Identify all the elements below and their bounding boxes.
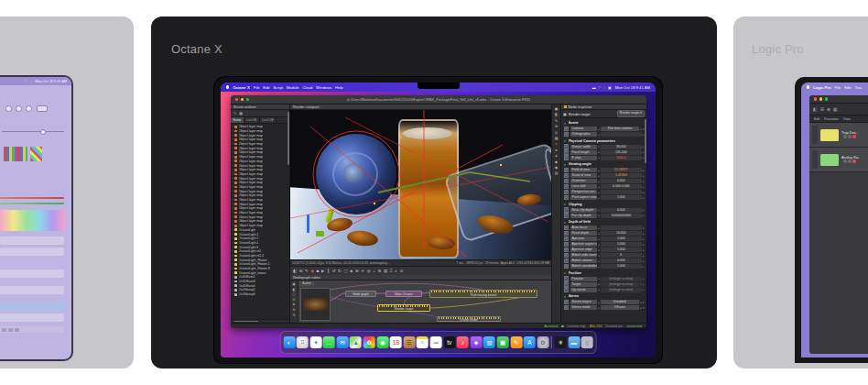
parameter-value[interactable]: 10000000000	[601, 214, 642, 218]
menubar-item[interactable]: Module	[287, 85, 299, 90]
disclosure-icon[interactable]: ›	[233, 246, 233, 249]
viewport-tool-icon[interactable]: ✎	[305, 267, 309, 275]
inspector-row[interactable]: ▼ ✓ Orthographic ◂ ▸ ▾	[561, 132, 646, 138]
section-triangle-icon[interactable]: ▼	[564, 163, 568, 167]
nodegraph-tool-icon[interactable]: ◧	[292, 288, 295, 292]
disclosure-icon[interactable]: ›	[233, 125, 233, 128]
stepper-left-icon[interactable]: ◂	[598, 277, 599, 280]
parameter-value[interactable]: Thin lens camera	[601, 126, 639, 131]
inspector-row[interactable]: ▼ ✓ Camera ◂ Thin lens camera ▸ ▾	[561, 126, 646, 132]
tool-icon[interactable]: ▦	[833, 106, 838, 112]
track-header-item[interactable]: Functions	[824, 117, 839, 121]
viewport-tool-icon[interactable]: +	[373, 267, 375, 275]
stepper-left-icon[interactable]: ◂	[598, 156, 599, 160]
panel-row[interactable]	[0, 314, 64, 322]
checkbox[interactable]: ✓	[564, 276, 570, 281]
nodegraph-tool-icon[interactable]: ▣	[292, 282, 295, 286]
disclosure-icon[interactable]: ›	[233, 233, 233, 236]
viewport-tool-icon[interactable]: ⊕	[355, 267, 359, 275]
stepper-right-icon[interactable]: ▸	[640, 306, 641, 310]
disclosure-icon[interactable]: ›	[233, 241, 233, 245]
stepper-right-icon[interactable]: ▸	[643, 185, 644, 189]
nodegraph-tool-icon[interactable]: ⊞	[292, 298, 295, 302]
▤[interactable]: ◠	[598, 85, 602, 90]
checkbox[interactable]: ✓	[564, 226, 570, 231]
inspector-row[interactable]: ▼ ✓ Target ◂ (enlarge to view) ▸ ▾	[561, 281, 646, 287]
dock-icon[interactable]: ≡	[417, 336, 429, 348]
disclosure-icon[interactable]: ›	[233, 190, 233, 193]
parameter-value[interactable]: 1000.0	[601, 156, 642, 160]
stepper-right-icon[interactable]: ▸	[643, 214, 644, 217]
track-header-item[interactable]: View	[843, 117, 851, 121]
stepper-right-icon[interactable]: ▸	[643, 169, 644, 172]
disclosure-icon[interactable]: ›	[233, 172, 233, 176]
parameter-value[interactable]: 1.000	[601, 195, 642, 200]
node-preview-thumbnail[interactable]	[300, 288, 331, 321]
stepper-left-icon[interactable]: ◂	[598, 265, 599, 269]
knob-icon[interactable]	[5, 105, 12, 112]
outliner-item[interactable]: › OctGlossy6	[231, 292, 289, 297]
tool-icon[interactable]: ◧	[813, 106, 818, 112]
viewport-tool-icon[interactable]: ◉	[310, 267, 314, 275]
track-controls[interactable]	[843, 135, 858, 138]
nodegraph-tool-icon[interactable]: ⊕	[292, 308, 295, 312]
stepper-right-icon[interactable]: ▸	[643, 226, 644, 230]
menu-app-name[interactable]: Logic Pro	[813, 85, 830, 90]
inspector-row[interactable]: ▼ ✓ Near clip depth ◂ 0.000 ▸ ▾	[561, 207, 646, 213]
menubar-item[interactable]: File	[835, 85, 841, 90]
disclosure-icon[interactable]: ›	[233, 168, 233, 171]
stepper-left-icon[interactable]: ◂	[598, 180, 599, 183]
stepper-left-icon[interactable]: ◂	[598, 185, 599, 189]
viewport-tool-icon[interactable]: ◎	[367, 267, 371, 275]
dock-icon[interactable]: ◉	[376, 336, 388, 348]
parameter-value[interactable]: 0.000 0.000	[601, 184, 642, 189]
inspector-row[interactable]: ▼ ✓ Lens shift ◂ 0.000 0.000 ▸ ▾	[561, 184, 646, 190]
dock-icon[interactable]: ◈	[470, 336, 482, 348]
dock-icon[interactable]: ♪	[457, 336, 469, 348]
inspector-row[interactable]: ▼ ✓ Distortion ◂ 0.000 ▸ ▾	[561, 179, 646, 184]
section-triangle-icon[interactable]: ▼	[564, 221, 568, 225]
render-target-dropdown[interactable]: Render target ▾	[617, 110, 645, 117]
green-level-slider[interactable]	[0, 203, 64, 204]
pencil-icon[interactable]: ✎	[233, 111, 236, 116]
inspector-row[interactable]: ▼ ✓ F-stop ◂ 1000.0 ▸ ▾	[561, 155, 646, 160]
disclosure-icon[interactable]: ›	[233, 262, 233, 266]
stepper-right-icon[interactable]: ▸	[643, 254, 644, 258]
viewport-tool-icon[interactable]: ⊙	[400, 267, 404, 275]
dock-icon[interactable]: …	[323, 336, 335, 348]
inspector-row[interactable]: ▼ ✓ Focal depth ◂ 10.000 ▸ ▾	[561, 231, 646, 236]
inspector-row[interactable]: ▼ ✓ Perspective corr. ◂ ▸ ▾	[561, 190, 646, 195]
parameter-value[interactable]: 6	[601, 253, 642, 258]
disclosure-icon[interactable]: ›	[233, 292, 233, 296]
stepper-left-icon[interactable]: ◂	[598, 214, 599, 217]
disclosure-icon[interactable]: ›	[233, 219, 233, 223]
menubar-item[interactable]: File	[254, 85, 260, 90]
parameter-value[interactable]: Off-axis	[601, 305, 639, 310]
side-tool-icon[interactable]: ●	[555, 142, 557, 146]
disclosure-icon[interactable]: ›	[233, 185, 233, 189]
viewport-tool-icon[interactable]: ☀	[361, 267, 364, 275]
parameter-value[interactable]: (enlarge to view)	[601, 288, 642, 292]
viewport-tool-icon[interactable]: ◈	[350, 267, 353, 275]
viewport-tool-icon[interactable]: ▤	[384, 267, 387, 275]
nodegraph-canvas[interactable]: ▣◧▢⊞◈⊕✎ Scene Node graph Main Octane Pat…	[290, 280, 551, 323]
side-tool-icon[interactable]: ◉	[555, 166, 558, 170]
disclosure-icon[interactable]: ›	[233, 271, 233, 275]
node-graph-node[interactable]: Node graph	[345, 291, 376, 297]
disclosure-icon[interactable]: ›	[233, 129, 233, 133]
stepper-left-icon[interactable]: ◂	[598, 145, 599, 148]
stepper-left-icon[interactable]: ◂	[598, 232, 599, 236]
disclosure-icon[interactable]: ›	[233, 138, 233, 141]
dock-icon[interactable]: ⠿	[297, 336, 309, 348]
viewport-tool-icon[interactable]: ↻	[338, 267, 342, 275]
stepper-left-icon[interactable]: ◂	[598, 208, 599, 212]
outliner-scrollbar[interactable]	[288, 112, 289, 165]
viewport-tool-icon[interactable]: ◧	[293, 267, 297, 275]
section-triangle-icon[interactable]: ▼	[564, 203, 568, 206]
stepper-right-icon[interactable]: ▸	[643, 174, 644, 178]
checkbox[interactable]: ✓	[564, 258, 570, 264]
panel-row[interactable]	[0, 236, 64, 245]
viewport-tool-icon[interactable]: ║	[327, 267, 330, 275]
▤[interactable]: ◌	[603, 85, 605, 90]
tab-scene[interactable]: Scene	[231, 117, 244, 123]
